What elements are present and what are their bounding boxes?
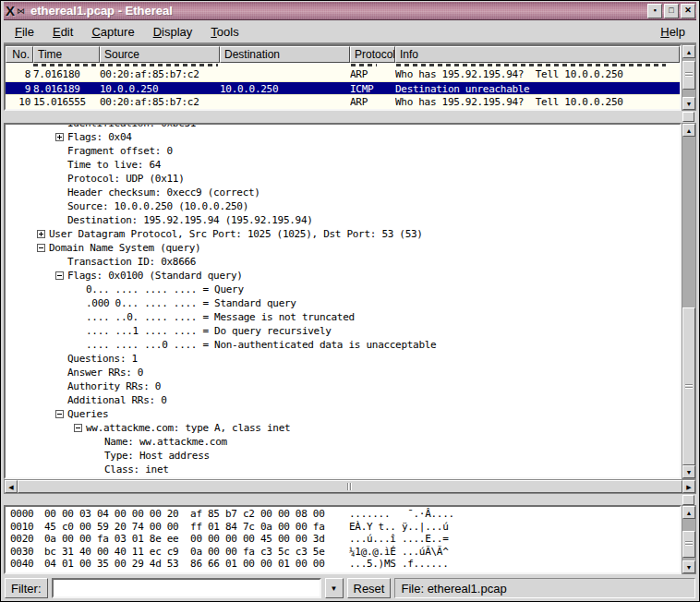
scroll-trough[interactable] xyxy=(682,137,695,465)
collapse-minus-icon[interactable] xyxy=(55,271,64,280)
tree-line-text: Class: inet xyxy=(104,464,169,476)
tree-line[interactable]: User Datagram Protocol, Src Port: 1025 (… xyxy=(6,227,680,241)
tree-line[interactable]: .000 0... .... .... = Standard query xyxy=(6,296,680,310)
tree-line[interactable]: Name: ww.attackme.com xyxy=(6,435,680,449)
tree-line[interactable]: Class: inet xyxy=(6,463,680,476)
tree-line-text: Name: ww.attackme.com xyxy=(104,436,227,448)
scroll-down-icon[interactable]: ▼ xyxy=(682,560,695,573)
collapse-minus-icon[interactable] xyxy=(55,410,64,418)
menu-tools[interactable]: Tools xyxy=(201,21,247,42)
collapse-minus-icon[interactable] xyxy=(37,244,45,252)
partial-packet-row[interactable] xyxy=(6,63,680,67)
tree-line[interactable]: Protocol: UDP (0x11) xyxy=(6,172,680,186)
tree-line[interactable]: Flags: 0x0100 (Standard query) xyxy=(6,269,680,283)
tree-line[interactable]: Questions: 1 xyxy=(6,352,680,366)
hex-line[interactable]: 00200a 00 00 fa 03 01 8e ee 00 00 00 00 … xyxy=(6,533,680,546)
tree-line[interactable]: Authority RRs: 0 xyxy=(6,379,680,393)
tree-line[interactable]: Identification: 0xbc31 xyxy=(6,123,680,130)
tree-line[interactable]: Type: Host address xyxy=(6,449,680,463)
scroll-down-icon[interactable]: ▼ xyxy=(682,465,695,478)
tree-line[interactable]: Queries xyxy=(6,407,680,421)
close-button[interactable]: ✕ xyxy=(681,4,695,18)
tree-line[interactable]: Additional RRs: 0 xyxy=(6,393,680,407)
hex-bytes: bc 31 40 00 40 11 ec c9 0a 00 00 fa c3 5… xyxy=(44,546,349,559)
scroll-down-icon[interactable]: ▼ xyxy=(682,97,695,110)
protocol-tree: Identification: 0xbc31Flags: 0x04Fragmen… xyxy=(4,123,682,479)
tree-line-text: Fragment offset: 0 xyxy=(67,145,173,157)
tree-line[interactable]: Time to live: 64 xyxy=(6,158,680,172)
hex-line[interactable]: 001045 c0 00 59 20 74 00 00 ff 01 84 7c … xyxy=(6,521,680,534)
scroll-up-icon[interactable]: ▲ xyxy=(682,506,695,519)
tree-line-text: 0... .... .... .... = Query xyxy=(86,283,244,295)
filter-button[interactable]: Filter: xyxy=(5,578,48,598)
menu-help[interactable]: Help xyxy=(649,21,696,42)
scroll-trough[interactable] xyxy=(18,480,682,493)
scroll-up-icon[interactable]: ▲ xyxy=(682,124,695,137)
column-header-protocol[interactable]: Protocol xyxy=(350,46,395,63)
tree-line[interactable]: Transaction ID: 0x8666 xyxy=(6,255,680,269)
tree-line[interactable]: Source: 10.0.0.250 (10.0.0.250) xyxy=(6,199,680,213)
packet-row-8[interactable]: 87.01618000:20:af:85:b7:c2ARPWho has 195… xyxy=(6,67,680,81)
packet-row-9[interactable]: 98.01618910.0.0.25010.0.0.250ICMPDestina… xyxy=(6,81,680,95)
hex-vscrollbar[interactable]: ▲ ▼ xyxy=(682,505,696,574)
expand-plus-icon[interactable] xyxy=(37,230,45,238)
hex-ascii: ¼1@.@.ìÉ ...úÃ\Ã^ xyxy=(349,546,680,559)
tree-line[interactable]: .... ...1 .... .... = Do query recursive… xyxy=(6,324,680,338)
scroll-up-icon[interactable]: ▲ xyxy=(682,45,695,58)
tree-hscrollbar[interactable]: ◀ ▶ xyxy=(4,479,696,494)
tree-line-text: .... ...1 .... .... = Do query recursive… xyxy=(86,325,332,337)
column-header-time[interactable]: Time xyxy=(33,46,100,63)
menu-display[interactable]: Display xyxy=(144,21,202,42)
tree-line[interactable]: .... .... ...0 .... = Non-authenticated … xyxy=(6,338,680,352)
scroll-thumb[interactable] xyxy=(682,307,695,465)
hex-ascii: ...5.)MS .f...... xyxy=(349,558,680,571)
tree-line-text: Answer RRs: 0 xyxy=(67,367,143,379)
tree-line-text: Time to live: 64 xyxy=(67,159,161,171)
tree-line[interactable]: .... ..0. .... .... = Message is not tru… xyxy=(6,310,680,324)
hex-line[interactable]: 000000 00 03 04 00 00 00 20 af 85 b7 c2 … xyxy=(6,508,680,521)
tree-vscrollbar[interactable]: ▲ ▼ xyxy=(682,123,696,479)
menu-file[interactable]: File xyxy=(4,21,43,42)
menu-capture[interactable]: Capture xyxy=(82,21,143,42)
pane-resize-handle[interactable] xyxy=(682,112,694,122)
hex-ascii: ...ú...î ....E..= xyxy=(349,533,680,546)
titlebar[interactable]: X ⋈ ethereal1.pcap - Ethereal ▪ □ ✕ xyxy=(4,2,696,20)
column-header-info[interactable]: Info xyxy=(395,46,680,63)
scroll-thumb[interactable] xyxy=(682,531,695,559)
maximize-button[interactable]: □ xyxy=(664,4,679,18)
packet-list-vscrollbar[interactable]: ▲ ▼ xyxy=(682,44,696,111)
window-title: ethereal1.pcap - Ethereal xyxy=(30,4,173,18)
collapse-minus-icon[interactable] xyxy=(74,424,82,432)
filter-bar: Filter: ▼ Reset File: ethereal1.pcap xyxy=(4,574,696,602)
tree-line[interactable]: Domain Name System (query) xyxy=(6,241,680,255)
filter-dropdown-button[interactable]: ▼ xyxy=(325,578,344,598)
packet-row-10[interactable]: 1015.01655500:20:af:85:b7:c2ARPWho has 1… xyxy=(6,95,680,109)
reset-button[interactable]: Reset xyxy=(347,578,392,598)
tree-line[interactable]: 0... .... .... .... = Query xyxy=(6,283,680,296)
scroll-trough[interactable] xyxy=(682,519,695,560)
menu-edit[interactable]: Edit xyxy=(43,21,82,42)
tree-line[interactable]: Answer RRs: 0 xyxy=(6,366,680,379)
scroll-right-icon[interactable]: ▶ xyxy=(682,480,695,493)
scroll-thumb[interactable] xyxy=(682,61,695,89)
tree-line[interactable]: Destination: 195.92.195.94 (195.92.195.9… xyxy=(6,213,680,227)
scroll-trough[interactable] xyxy=(682,58,695,97)
column-header-source[interactable]: Source xyxy=(100,46,220,63)
hex-view-section: 000000 00 03 04 00 00 00 20 af 85 b7 c2 … xyxy=(4,505,696,574)
tree-line-text: Transaction ID: 0x8666 xyxy=(67,256,196,268)
tree-line[interactable]: Fragment offset: 0 xyxy=(6,144,680,158)
hex-line[interactable]: 004004 01 00 35 00 29 4d 53 86 66 01 00 … xyxy=(6,558,680,571)
filter-input[interactable] xyxy=(52,578,321,598)
tree-line[interactable]: ww.attackme.com: type A, class inet xyxy=(6,421,680,435)
expand-plus-icon[interactable] xyxy=(55,133,64,141)
tree-line[interactable]: Flags: 0x04 xyxy=(6,130,680,144)
column-header-no[interactable]: No. xyxy=(6,46,33,63)
hex-line[interactable]: 0030bc 31 40 00 40 11 ec c9 0a 00 00 fa … xyxy=(6,546,680,559)
minimize-button[interactable]: ▪ xyxy=(647,4,662,18)
scroll-thumb[interactable] xyxy=(18,480,682,493)
tree-line[interactable]: Header checksum: 0xecc9 (correct) xyxy=(6,186,680,199)
scroll-left-icon[interactable]: ◀ xyxy=(5,480,18,493)
packet-list-rows: 87.01618000:20:af:85:b7:c2ARPWho has 195… xyxy=(6,63,680,109)
column-header-destination[interactable]: Destination xyxy=(220,46,350,63)
pane-resize-handle[interactable] xyxy=(682,495,694,505)
